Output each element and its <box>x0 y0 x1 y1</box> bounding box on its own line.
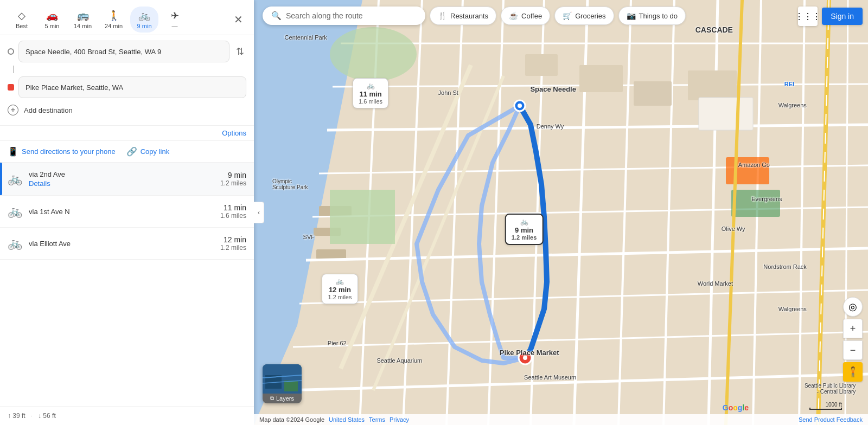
route2-miles: 1.6 miles <box>220 212 246 220</box>
mode-best[interactable]: ◇ Best <box>8 7 36 33</box>
filter-things[interactable]: 📷 Things to do <box>618 7 686 25</box>
bubble2-time: 11 min <box>359 90 381 98</box>
search-icon: 🔍 <box>271 11 282 21</box>
svg-rect-36 <box>731 190 780 217</box>
close-button[interactable]: ✕ <box>231 10 246 29</box>
svg-point-41 <box>518 104 522 108</box>
things-icon: 📷 <box>627 11 636 20</box>
route1-info: via 2nd Ave Details <box>29 170 220 188</box>
options-button[interactable]: Options <box>222 129 246 137</box>
bubble2-bike-icon: 🚲 <box>367 82 375 89</box>
bubble3-bike-icon: 🚲 <box>336 278 344 285</box>
route2-name: via 1st Ave N <box>29 208 220 216</box>
bubble1-dist: 1.2 miles <box>512 234 537 241</box>
origin-row: Space Needle, 400 Broad St, Seattle, WA … <box>8 41 246 62</box>
route-bubble-3[interactable]: 🚲 12 min 1.2 miles <box>322 274 358 304</box>
filter-restaurants-label: Restaurants <box>450 12 488 20</box>
united-states-link[interactable]: United States <box>329 416 365 423</box>
route1-bike-icon: 🚲 <box>8 172 22 186</box>
route-item-1[interactable]: 🚲 via 2nd Ave Details 9 min 1.2 miles <box>0 163 254 196</box>
elevation-up: ↑ 39 ft <box>8 412 25 420</box>
zoom-out-button[interactable]: − <box>843 340 863 360</box>
bubble3-time: 12 min <box>329 286 351 294</box>
filter-groceries-label: Groceries <box>575 12 605 20</box>
route-connector <box>13 66 14 73</box>
layers-thumbnail <box>263 364 302 394</box>
search-route-placeholder: Search along the route <box>286 11 363 20</box>
swap-button[interactable]: ⇅ <box>234 43 246 60</box>
groceries-icon: 🛒 <box>563 11 572 20</box>
mode-plane-label: — <box>172 23 178 29</box>
mode-plane[interactable]: ✈ — <box>161 7 189 33</box>
copy-link-button[interactable]: 🔗 Copy link <box>126 146 169 157</box>
send-directions-button[interactable]: 📱 Send directions to your phone <box>8 146 116 157</box>
filter-coffee[interactable]: ☕ Coffee <box>501 7 550 25</box>
mode-walk[interactable]: 🚶 24 min <box>99 7 128 33</box>
svg-rect-33 <box>688 70 737 100</box>
bubble1-bike-icon: 🚲 <box>520 218 528 226</box>
route2-info: via 1st Ave N <box>29 208 220 216</box>
mode-walk-label: 24 min <box>105 23 123 29</box>
link-icon: 🔗 <box>126 146 137 157</box>
route-bubble-2[interactable]: 🚲 11 min 1.6 miles <box>353 78 388 108</box>
route3-name: via Elliott Ave <box>29 240 220 248</box>
plane-icon: ✈ <box>171 10 179 22</box>
filter-restaurants[interactable]: 🍴 Restaurants <box>430 7 496 25</box>
svg-rect-32 <box>634 81 672 106</box>
share-row: 📱 Send directions to your phone 🔗 Copy l… <box>0 140 254 163</box>
elevation-down: ↓ 56 ft <box>38 412 56 420</box>
bubble1-time: 9 min <box>515 226 533 234</box>
mode-transit[interactable]: 🚌 14 min <box>68 7 97 33</box>
route-item-3[interactable]: 🚲 via Elliott Ave 12 min 1.2 miles <box>0 228 254 260</box>
map-top-right: ⋮⋮⋮ Sign in <box>798 7 863 26</box>
search-route-container[interactable]: 🔍 Search along the route <box>263 7 425 25</box>
layers-button[interactable]: ⧉ Layers <box>263 364 302 403</box>
route-inputs: Space Needle, 400 Broad St, Seattle, WA … <box>0 35 254 125</box>
filter-groceries[interactable]: 🛒 Groceries <box>554 7 614 25</box>
zoom-in-button[interactable]: + <box>843 319 863 338</box>
route-item-2[interactable]: 🚲 via 1st Ave N 11 min 1.6 miles <box>0 196 254 228</box>
elevation-row: ↑ 39 ft · ↓ 56 ft <box>0 406 254 425</box>
add-destination-row[interactable]: + Add destination <box>8 101 246 120</box>
walk-icon: 🚶 <box>108 10 120 22</box>
google-logo: Google <box>723 403 749 412</box>
phone-icon: 📱 <box>8 146 18 157</box>
mode-transit-label: 14 min <box>74 23 92 29</box>
svg-rect-34 <box>699 98 753 130</box>
location-button[interactable]: ◎ <box>843 297 863 317</box>
route1-details-link[interactable]: Details <box>29 179 220 188</box>
mode-bike-label: 9 min <box>137 23 152 29</box>
apps-grid-button[interactable]: ⋮⋮⋮ <box>798 7 818 26</box>
sign-in-button[interactable]: Sign in <box>822 8 863 25</box>
svg-rect-46 <box>284 381 298 391</box>
route-list: 🚲 via 2nd Ave Details 9 min 1.2 miles 🚲 … <box>0 163 254 406</box>
options-row: Options <box>0 125 254 140</box>
selected-bar <box>0 163 2 195</box>
pegman-button[interactable]: 🧍 <box>843 362 863 382</box>
privacy-link[interactable]: Privacy <box>390 416 409 423</box>
mode-car[interactable]: 🚗 5 min <box>38 7 66 33</box>
svg-point-43 <box>523 356 527 360</box>
destination-input[interactable]: Pike Place Market, Seattle, WA <box>18 76 246 98</box>
route-bubble-1[interactable]: 🚲 9 min 1.2 miles <box>505 214 543 245</box>
add-icon: + <box>8 105 18 115</box>
filter-coffee-label: Coffee <box>521 12 542 20</box>
route3-miles: 1.2 miles <box>220 244 246 252</box>
map-controls: + − <box>843 319 863 360</box>
feedback-link[interactable]: Send Product Feedback <box>799 416 863 423</box>
location-icon: ◎ <box>848 301 857 313</box>
terms-link[interactable]: Terms <box>369 416 385 423</box>
copy-link-label: Copy link <box>141 147 169 156</box>
copyright-text: Map data ©2024 Google <box>259 416 324 423</box>
scale-label: 1000 ft <box>825 402 842 408</box>
svg-rect-31 <box>579 65 623 92</box>
destination-row: Pike Place Market, Seattle, WA <box>8 76 246 98</box>
layers-label-row: ⧉ Layers <box>263 394 302 403</box>
mode-car-label: 5 min <box>45 23 60 29</box>
collapse-panel-button[interactable]: ‹ <box>254 202 264 223</box>
svg-rect-29 <box>330 190 395 244</box>
origin-input[interactable]: Space Needle, 400 Broad St, Seattle, WA … <box>18 41 229 62</box>
origin-dot <box>8 48 14 55</box>
route1-name: via 2nd Ave <box>29 170 220 178</box>
mode-bike[interactable]: 🚲 9 min <box>130 7 158 33</box>
